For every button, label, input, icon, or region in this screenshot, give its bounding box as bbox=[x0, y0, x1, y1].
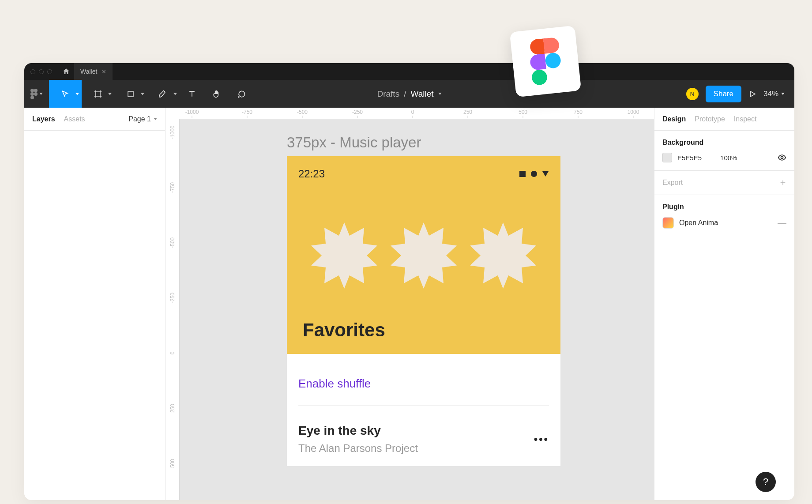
square-icon bbox=[519, 170, 526, 177]
svg-point-11 bbox=[545, 52, 561, 69]
chevron-down-icon bbox=[781, 93, 785, 95]
comment-tool[interactable] bbox=[229, 80, 254, 108]
page-selector-label: Page 1 bbox=[128, 115, 151, 123]
svg-rect-5 bbox=[128, 91, 133, 97]
anima-icon bbox=[662, 217, 674, 229]
hand-tool[interactable] bbox=[204, 80, 229, 108]
background-row[interactable]: E5E5E5 100% bbox=[662, 153, 786, 162]
status-icons bbox=[519, 170, 549, 177]
ruler-tick: -1000 bbox=[185, 109, 199, 115]
plugin-row[interactable]: Open Anima — bbox=[662, 217, 786, 229]
favorites-heading: Favorites bbox=[298, 320, 549, 341]
traffic-min[interactable] bbox=[39, 69, 44, 74]
home-icon[interactable] bbox=[58, 68, 74, 75]
frame-tool[interactable] bbox=[82, 80, 114, 108]
traffic-max[interactable] bbox=[47, 69, 52, 74]
color-opacity[interactable]: 100% bbox=[720, 154, 737, 162]
share-button[interactable]: Share bbox=[706, 86, 741, 102]
export-heading: Export bbox=[662, 179, 683, 187]
canvas[interactable]: -1000-750-500-25002505007501000 -1000-75… bbox=[165, 108, 654, 500]
color-hex[interactable]: E5E5E5 bbox=[677, 154, 702, 162]
svg-point-3 bbox=[34, 92, 38, 96]
track-info: Eye in the sky The Alan Parsons Project bbox=[298, 424, 418, 455]
chevron-down-icon bbox=[154, 118, 157, 120]
plugin-section: Plugin Open Anima — bbox=[654, 195, 794, 237]
device-hero: 22:23 Favorites bbox=[287, 156, 560, 354]
ruler-tick: 1000 bbox=[628, 109, 639, 115]
tab-inspect[interactable]: Inspect bbox=[734, 115, 757, 123]
pen-tool[interactable] bbox=[147, 80, 180, 108]
album-art-placeholder bbox=[470, 222, 536, 289]
album-art-placeholder bbox=[391, 222, 457, 289]
svg-point-2 bbox=[30, 92, 34, 96]
tab-prototype[interactable]: Prototype bbox=[695, 115, 725, 123]
svg-point-0 bbox=[30, 89, 34, 92]
track-more-icon[interactable]: ••• bbox=[534, 433, 549, 445]
tab-design[interactable]: Design bbox=[662, 115, 686, 123]
background-section: Background E5E5E5 100% bbox=[654, 131, 794, 171]
close-tab-icon[interactable]: ✕ bbox=[102, 68, 106, 75]
help-button[interactable]: ? bbox=[756, 472, 776, 492]
figma-logo-card bbox=[510, 26, 582, 98]
circle-icon bbox=[530, 170, 538, 177]
ruler-tick: 250 bbox=[169, 404, 176, 413]
page-selector[interactable]: Page 1 bbox=[128, 115, 157, 123]
minus-icon[interactable]: — bbox=[778, 218, 786, 228]
chevron-down-icon bbox=[141, 93, 144, 95]
plugin-heading: Plugin bbox=[662, 203, 786, 211]
ruler-tick: -250 bbox=[169, 293, 176, 303]
text-tool[interactable] bbox=[180, 80, 204, 108]
svg-point-7 bbox=[531, 171, 537, 177]
zoom-selector[interactable]: 34% bbox=[763, 90, 785, 98]
chevron-down-icon bbox=[75, 93, 79, 95]
left-panel-tabs: Layers Assets Page 1 bbox=[24, 108, 165, 131]
track-artist: The Alan Parsons Project bbox=[298, 442, 418, 455]
status-time: 22:23 bbox=[298, 168, 325, 180]
svg-point-8 bbox=[781, 157, 783, 159]
ruler-tick: 250 bbox=[463, 109, 472, 115]
ruler-tick: 500 bbox=[519, 109, 527, 115]
window-controls[interactable] bbox=[24, 69, 58, 74]
color-swatch[interactable] bbox=[662, 153, 672, 162]
right-panel-tabs: Design Prototype Inspect bbox=[654, 108, 794, 131]
ruler-vertical: -1000-750-500-2500250500 bbox=[165, 119, 180, 500]
frame-title[interactable]: 375px - Music player bbox=[287, 134, 421, 151]
tab-layers[interactable]: Layers bbox=[32, 115, 55, 123]
track-row[interactable]: Eye in the sky The Alan Parsons Project … bbox=[298, 406, 549, 455]
zoom-value: 34% bbox=[763, 90, 778, 98]
status-bar: 22:23 bbox=[298, 168, 549, 180]
ruler-tick: -500 bbox=[169, 237, 176, 248]
ruler-tick: -750 bbox=[242, 109, 252, 115]
shape-tool[interactable] bbox=[114, 80, 147, 108]
figma-menu-icon[interactable] bbox=[24, 89, 49, 99]
ruler-tick: 0 bbox=[169, 352, 176, 355]
figma-logo-icon bbox=[526, 37, 564, 86]
breadcrumb-folder[interactable]: Drafts bbox=[377, 89, 399, 99]
tab-assets[interactable]: Assets bbox=[64, 115, 85, 123]
eye-icon[interactable] bbox=[778, 153, 786, 162]
ruler-tick: 0 bbox=[411, 109, 414, 115]
svg-rect-13 bbox=[537, 54, 546, 70]
file-tab[interactable]: Wallet ✕ bbox=[74, 63, 113, 80]
enable-shuffle-button[interactable]: Enable shuffle bbox=[298, 365, 549, 406]
ruler-tick: -750 bbox=[169, 182, 176, 193]
move-tool[interactable] bbox=[49, 80, 82, 108]
breadcrumb[interactable]: Drafts / Wallet bbox=[377, 89, 441, 99]
present-icon[interactable] bbox=[748, 90, 756, 98]
chevron-down-icon bbox=[173, 93, 177, 95]
toolbar: Drafts / Wallet N Share 34% bbox=[24, 80, 794, 108]
traffic-close[interactable] bbox=[30, 69, 35, 74]
album-art-placeholder bbox=[311, 222, 377, 289]
background-heading: Background bbox=[662, 139, 786, 147]
avatar[interactable]: N bbox=[686, 88, 699, 100]
chevron-down-icon[interactable] bbox=[438, 93, 442, 95]
left-panel: Layers Assets Page 1 bbox=[24, 108, 165, 500]
device-frame[interactable]: 22:23 Favorites Ena bbox=[287, 156, 560, 466]
breadcrumb-separator: / bbox=[404, 89, 406, 99]
svg-rect-12 bbox=[535, 38, 545, 54]
svg-rect-6 bbox=[519, 171, 526, 177]
device-body: Enable shuffle Eye in the sky The Alan P… bbox=[287, 354, 560, 466]
breadcrumb-file[interactable]: Wallet bbox=[410, 89, 433, 99]
svg-point-1 bbox=[34, 89, 38, 92]
plus-icon[interactable] bbox=[779, 179, 786, 186]
